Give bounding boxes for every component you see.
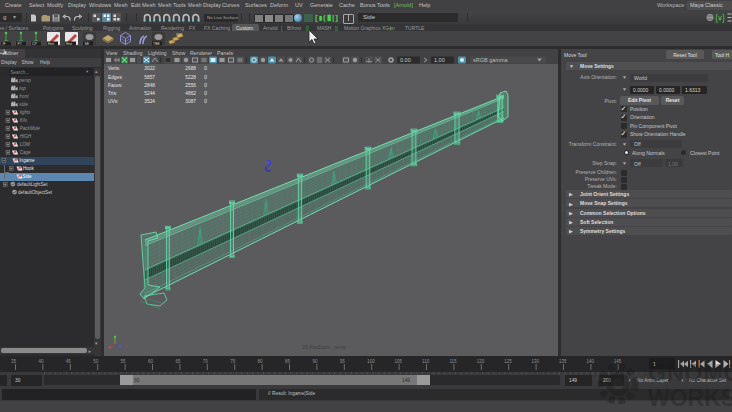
- svg-text:60: 60: [148, 359, 154, 364]
- svg-text:TBX: TBX: [176, 33, 182, 37]
- svg-text:70: 70: [203, 359, 209, 364]
- svg-text:105: 105: [395, 359, 403, 364]
- svg-text:80: 80: [258, 359, 264, 364]
- svg-text:90: 90: [312, 359, 318, 364]
- svg-text:35: 35: [11, 359, 17, 364]
- svg-text:130: 130: [532, 359, 540, 364]
- svg-text:95: 95: [340, 359, 346, 364]
- svg-text:75: 75: [230, 359, 236, 364]
- svg-text:110: 110: [422, 359, 430, 364]
- svg-text:125: 125: [504, 359, 512, 364]
- svg-text:{¥}: {¥}: [715, 13, 725, 23]
- svg-text:55: 55: [121, 359, 127, 364]
- svg-text:135: 135: [559, 359, 567, 364]
- svg-text:85: 85: [285, 359, 291, 364]
- svg-text:40: 40: [38, 359, 44, 364]
- svg-text:100: 100: [367, 359, 375, 364]
- svg-text:115: 115: [449, 359, 457, 364]
- svg-text:65: 65: [175, 359, 181, 364]
- svg-text:45: 45: [66, 359, 72, 364]
- svg-text:50: 50: [93, 359, 99, 364]
- svg-text:120: 120: [477, 359, 485, 364]
